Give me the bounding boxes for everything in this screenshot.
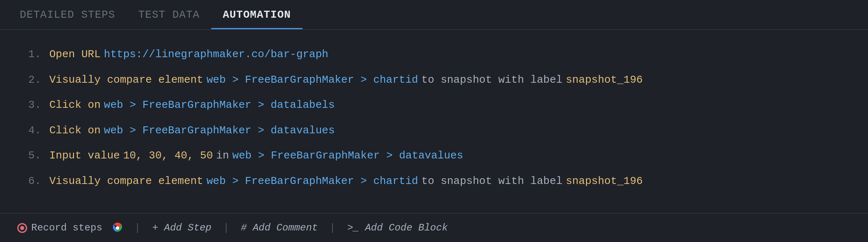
step-keyword: Visually compare element	[49, 72, 203, 89]
step-keyword: Click on	[49, 122, 101, 140]
step-keyword: Visually compare element	[49, 173, 203, 190]
step-text: to snapshot with label	[421, 72, 562, 89]
step-keyword: Click on	[49, 97, 101, 114]
step-value: snapshot_196	[566, 173, 643, 190]
step-number: 4.	[16, 122, 41, 140]
list-item: 2. Visually compare element web > FreeBa…	[0, 67, 868, 93]
list-item: 1. Open URL https://linegraphmaker.co/ba…	[0, 42, 868, 67]
tab-test-data[interactable]: TEST DATA	[127, 0, 211, 29]
step-keyword: Open URL	[49, 46, 101, 63]
add-comment-button[interactable]: # Add Comment	[236, 222, 323, 233]
chrome-icon	[112, 223, 123, 233]
step-content: Input value 10, 30, 40, 50 in web > Free…	[49, 147, 466, 165]
add-code-block-label: >_ Add Code Block	[347, 222, 448, 233]
tab-automation[interactable]: AUTOMATION	[211, 0, 302, 29]
step-path: web > FreeBarGraphMaker > chartid	[206, 72, 418, 89]
step-url: https://linegraphmaker.co/bar-graph	[104, 46, 328, 63]
app-container: DETAILED STEPS TEST DATA AUTOMATION 1. O…	[0, 0, 868, 242]
add-comment-label: # Add Comment	[241, 222, 318, 233]
list-item: 5. Input value 10, 30, 40, 50 in web > F…	[0, 143, 868, 169]
record-steps-label: Record steps	[31, 222, 102, 233]
record-icon	[17, 223, 27, 233]
svg-point-1	[116, 226, 119, 230]
step-path: web > FreeBarGraphMaker > datalabels	[104, 97, 335, 114]
divider-1: |	[128, 222, 148, 234]
chrome-browser-selector[interactable]	[107, 223, 128, 233]
step-path: web > FreeBarGraphMaker > chartid	[206, 173, 418, 190]
step-number: 6.	[16, 173, 41, 190]
step-number: 2.	[16, 72, 41, 89]
step-path: web > FreeBarGraphMaker > datavalues	[104, 122, 335, 140]
main-content: 1. Open URL https://linegraphmaker.co/ba…	[0, 30, 868, 213]
step-text: in	[216, 147, 229, 165]
add-step-label: + Add Step	[152, 222, 211, 233]
step-content: Open URL https://linegraphmaker.co/bar-g…	[49, 46, 332, 63]
divider-2: |	[216, 222, 236, 234]
step-content: Click on web > FreeBarGraphMaker > datal…	[49, 97, 338, 114]
step-path: web > FreeBarGraphMaker > datavalues	[232, 147, 463, 165]
tab-bar: DETAILED STEPS TEST DATA AUTOMATION	[0, 0, 868, 30]
step-text: to snapshot with label	[421, 173, 562, 190]
tab-detailed-steps[interactable]: DETAILED STEPS	[8, 0, 127, 29]
bottom-toolbar: Record steps | + Add Step | # Add Commen…	[0, 213, 868, 242]
list-item: 4. Click on web > FreeBarGraphMaker > da…	[0, 118, 868, 144]
list-item: 6. Visually compare element web > FreeBa…	[0, 169, 868, 194]
step-value: 10, 30, 40, 50	[123, 147, 213, 165]
step-content: Visually compare element web > FreeBarGr…	[49, 173, 646, 190]
add-code-block-button[interactable]: >_ Add Code Block	[342, 222, 453, 233]
step-number: 3.	[16, 97, 41, 114]
step-content: Visually compare element web > FreeBarGr…	[49, 72, 646, 89]
step-keyword: Input value	[49, 147, 120, 165]
record-icon-inner	[20, 226, 24, 230]
step-number: 5.	[16, 147, 41, 165]
steps-list: 1. Open URL https://linegraphmaker.co/ba…	[0, 42, 868, 194]
divider-3: |	[323, 222, 342, 234]
step-content: Click on web > FreeBarGraphMaker > datav…	[49, 122, 338, 140]
record-steps-button[interactable]: Record steps	[12, 222, 107, 233]
list-item: 3. Click on web > FreeBarGraphMaker > da…	[0, 93, 868, 118]
step-number: 1.	[16, 46, 41, 63]
step-value: snapshot_196	[566, 72, 643, 89]
add-step-button[interactable]: + Add Step	[147, 222, 216, 233]
